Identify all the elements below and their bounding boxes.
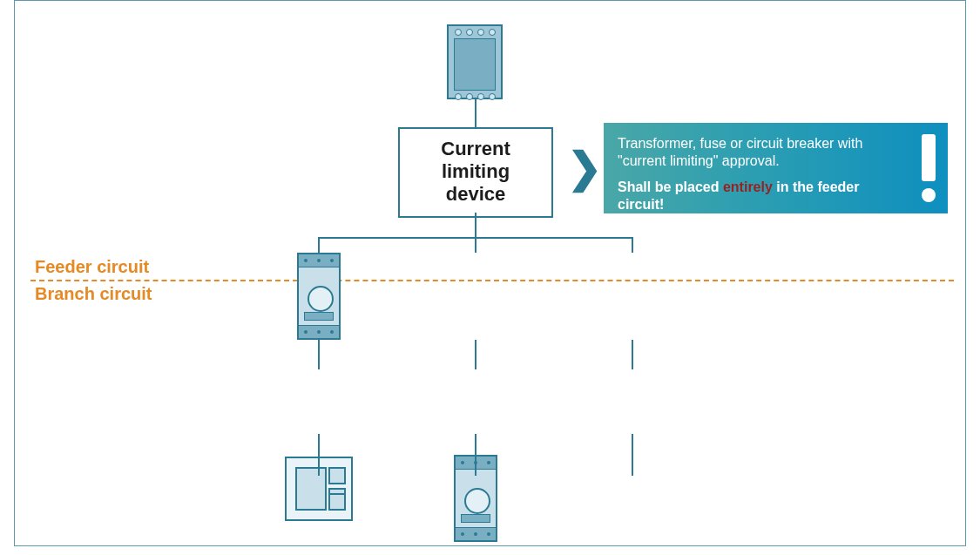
- device-box-line: Current: [441, 138, 510, 159]
- wire-segment: [475, 99, 476, 127]
- callout-line1: Transformer, fuse or circuit breaker wit…: [618, 135, 896, 170]
- info-callout: Transformer, fuse or circuit breaker wit…: [604, 123, 948, 213]
- wire-segment: [475, 434, 476, 476]
- current-limiting-device-box: Current limiting device: [398, 127, 553, 218]
- branch-circuit-label: Branch circuit: [35, 284, 152, 304]
- callout-bold-prefix: Shall be placed: [618, 179, 723, 194]
- wire-segment: [475, 340, 476, 369]
- wire-segment: [632, 434, 633, 476]
- diagram-frame: Current limiting device ❯ Transformer, f…: [14, 0, 966, 546]
- callout-line2: Shall be placed entirely in the feeder c…: [618, 179, 896, 213]
- wire-segment: [475, 213, 476, 237]
- wire-segment: [632, 237, 633, 253]
- feeder-branch-divider: [30, 280, 954, 281]
- chevron-right-icon: ❯: [567, 147, 602, 189]
- wire-segment: [475, 237, 476, 253]
- device-box-line: limiting: [442, 160, 510, 182]
- wire-segment: [318, 340, 320, 369]
- callout-emphasis: entirely: [723, 179, 773, 194]
- exclamation-icon: [922, 123, 936, 213]
- device-box-text: Current limiting device: [407, 138, 544, 206]
- motor-starter-protector-icon: [297, 253, 341, 340]
- feeder-circuit-label: Feeder circuit: [35, 257, 149, 277]
- main-circuit-breaker-icon: [447, 24, 503, 99]
- wire-segment: [318, 237, 320, 253]
- device-box-line: device: [446, 183, 506, 205]
- wire-segment: [632, 340, 633, 369]
- wire-segment: [318, 434, 320, 476]
